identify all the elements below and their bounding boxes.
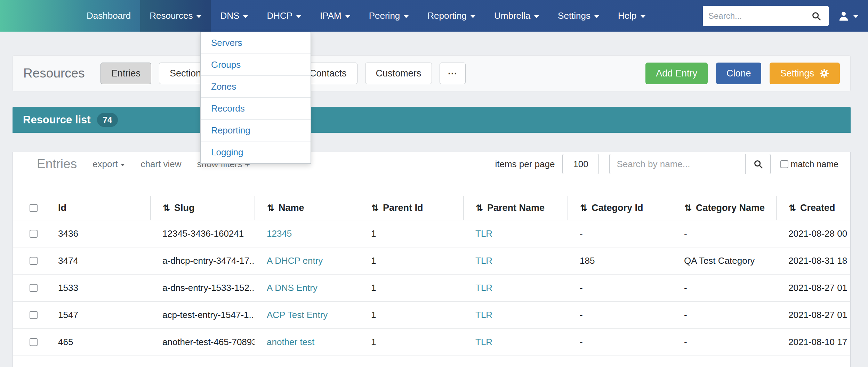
main-nav: DashboardResourcesDNSDHCPIPAMPeeringRepo… — [77, 0, 655, 32]
cell-id: 465 — [46, 337, 150, 348]
sort-icon: ⇅ — [789, 203, 796, 213]
column-header-parent_name[interactable]: ⇅Parent Name — [463, 196, 568, 220]
cell-parent_id: 1 — [359, 283, 463, 293]
global-search — [703, 6, 829, 26]
dns-menu-item-logging[interactable]: Logging — [201, 141, 311, 163]
sort-icon: ⇅ — [371, 203, 379, 213]
dns-menu-item-records[interactable]: Records — [201, 98, 311, 120]
column-label: Category Name — [696, 203, 765, 213]
cell-category_name: - — [672, 337, 776, 348]
chevron-down-icon — [471, 15, 475, 18]
name-link[interactable]: another test — [267, 337, 314, 347]
entries-toolbar: Entries export chart view show filters +… — [13, 152, 850, 176]
row-checkbox[interactable] — [30, 338, 38, 346]
row-checkbox[interactable] — [30, 230, 38, 238]
chart-view-link[interactable]: chart view — [140, 159, 181, 170]
user-menu[interactable] — [838, 10, 858, 22]
global-search-button[interactable] — [803, 6, 829, 26]
column-header-parent_id[interactable]: ⇅Parent Id — [359, 196, 463, 220]
header-actions: Add Entry Clone Settings — [645, 63, 840, 84]
nav-item-resources[interactable]: Resources — [140, 0, 211, 32]
select-all-checkbox[interactable] — [30, 204, 38, 212]
tab-customers[interactable]: Customers — [365, 63, 432, 84]
column-header-category_name[interactable]: ⇅Category Name — [672, 196, 776, 220]
nav-item-umbrella[interactable]: Umbrella — [485, 0, 548, 32]
resource-list-title: Resource list — [23, 114, 91, 126]
entries-title: Entries — [37, 157, 77, 171]
cell-category_name: - — [672, 283, 776, 293]
global-search-input[interactable] — [703, 6, 803, 26]
column-header-id[interactable]: Id — [46, 196, 150, 220]
row-checkbox[interactable] — [30, 311, 38, 319]
nav-item-label: Settings — [558, 10, 590, 21]
cell-name: another test — [255, 337, 359, 348]
cell-parent_id: 1 — [359, 228, 463, 239]
row-select-cell — [13, 311, 46, 319]
nav-item-dhcp[interactable]: DHCP — [257, 0, 311, 32]
name-link[interactable]: A DNS Entry — [267, 283, 318, 293]
nav-item-settings[interactable]: Settings — [548, 0, 609, 32]
cell-name: ACP Test Entry — [255, 310, 359, 320]
table-row: 1533a-dns-entry-1533-152...A DNS Entry1T… — [13, 275, 850, 302]
nav-item-label: Dashboard — [87, 10, 131, 21]
nav-item-help[interactable]: Help — [609, 0, 654, 32]
cell-name: A DHCP entry — [255, 255, 359, 266]
column-header-slug[interactable]: ⇅Slug — [150, 196, 255, 220]
name-search-button[interactable] — [746, 154, 771, 174]
row-checkbox[interactable] — [30, 257, 38, 265]
search-icon — [811, 11, 821, 21]
add-entry-button[interactable]: Add Entry — [645, 63, 708, 84]
parent_name-link[interactable]: TLR — [475, 337, 492, 347]
column-label: Created — [800, 203, 835, 213]
row-select-cell — [13, 257, 46, 265]
clone-button[interactable]: Clone — [716, 63, 762, 84]
tab-more[interactable]: ⋯ — [440, 63, 466, 84]
cell-created: 2021-08-28 00 — [776, 228, 850, 239]
column-label: Slug — [174, 203, 195, 213]
nav-item-label: Peering — [369, 10, 400, 21]
parent_name-link[interactable]: TLR — [475, 228, 492, 239]
nav-item-ipam[interactable]: IPAM — [311, 0, 360, 32]
chevron-down-icon — [853, 15, 858, 18]
chevron-down-icon — [243, 15, 248, 18]
export-dropdown[interactable]: export — [93, 159, 125, 170]
settings-button[interactable]: Settings — [770, 63, 840, 84]
nav-item-peering[interactable]: Peering — [360, 0, 418, 32]
parent_name-link[interactable]: TLR — [475, 255, 492, 266]
tab-entries[interactable]: Entries — [101, 63, 151, 84]
dns-menu-item-servers[interactable]: Servers — [201, 32, 311, 54]
column-header-name[interactable]: ⇅Name — [255, 196, 359, 220]
dns-dropdown-menu: ServersGroupsZonesRecordsReportingLoggin… — [200, 32, 311, 164]
row-checkbox[interactable] — [30, 284, 38, 292]
dns-menu-item-reporting[interactable]: Reporting — [201, 120, 311, 141]
nav-item-dashboard[interactable]: Dashboard — [77, 0, 140, 32]
name-search-input[interactable] — [609, 154, 746, 174]
column-label: Category Id — [592, 203, 643, 213]
entries-table: Id⇅Slug⇅Name⇅Parent Id⇅Parent Name⇅Categ… — [13, 196, 850, 356]
nav-item-dns[interactable]: DNS — [211, 0, 257, 32]
parent_name-link[interactable]: TLR — [475, 283, 492, 293]
cell-category_id: - — [568, 283, 672, 293]
column-header-category_id[interactable]: ⇅Category Id — [568, 196, 672, 220]
name-link[interactable]: ACP Test Entry — [267, 310, 328, 320]
column-header-created[interactable]: ⇅Created — [776, 196, 850, 220]
items-per-page-input[interactable] — [562, 154, 599, 174]
cell-category_name: QA Test Category — [672, 255, 776, 266]
chevron-down-icon — [345, 15, 350, 18]
table-row: 1547acp-test-entry-1547-1...ACP Test Ent… — [13, 302, 850, 329]
row-select-cell — [13, 230, 46, 238]
dns-menu-item-zones[interactable]: Zones — [201, 76, 311, 98]
parent_name-link[interactable]: TLR — [475, 310, 492, 320]
page-title: Resources — [23, 66, 85, 81]
match-name-checkbox[interactable] — [780, 160, 788, 168]
match-name-toggle[interactable]: match name — [780, 159, 838, 169]
dns-menu-item-groups[interactable]: Groups — [201, 54, 311, 76]
name-link[interactable]: 12345 — [267, 228, 292, 239]
cell-id: 1533 — [46, 283, 150, 293]
items-per-page-label: items per page — [495, 159, 555, 170]
nav-item-label: Umbrella — [494, 10, 530, 21]
name-link[interactable]: A DHCP entry — [267, 255, 323, 266]
column-label: Parent Name — [487, 203, 545, 213]
sort-icon: ⇅ — [163, 203, 170, 213]
nav-item-reporting[interactable]: Reporting — [418, 0, 485, 32]
